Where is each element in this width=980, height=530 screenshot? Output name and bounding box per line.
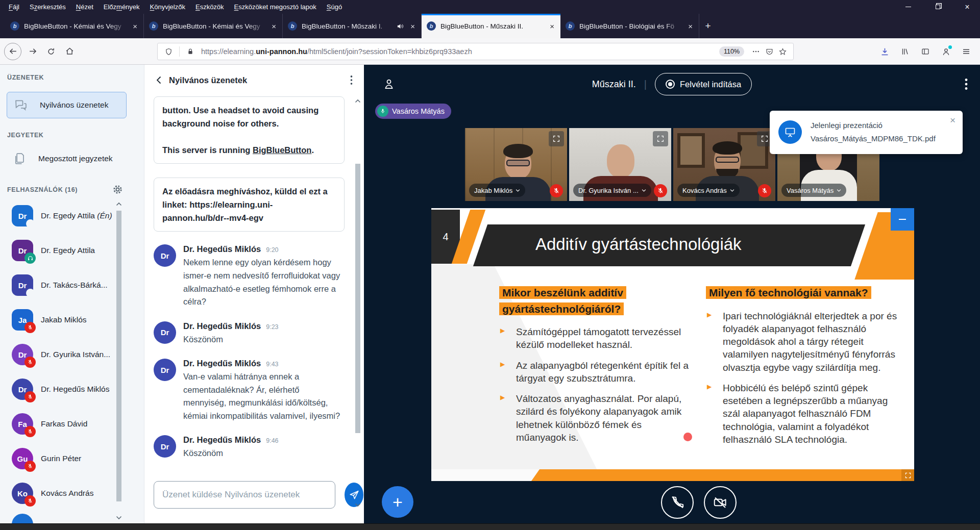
menu-shared-tabs[interactable]: Eszközöket megosztó lapok: [230, 1, 321, 13]
share-webcam-button[interactable]: [704, 486, 737, 519]
user-list-item[interactable]: Dr Dr. Gyurika István...: [0, 337, 128, 372]
scroll-up-icon[interactable]: [116, 201, 122, 207]
close-tab-icon[interactable]: ×: [687, 22, 694, 31]
chat-message-input[interactable]: [154, 481, 335, 509]
message-text: Nekem lenne egy olyan kérdésem hogy isme…: [183, 256, 345, 308]
user-list-item[interactable]: Ko Kovács András: [0, 476, 128, 511]
downloads-icon[interactable]: [878, 42, 891, 61]
user-list: Dr Dr. Egedy Attila (Én) Dr Dr. Egedy At…: [0, 198, 128, 523]
chat-scrollbar[interactable]: [355, 98, 361, 513]
minimize-window-icon[interactable]: [899, 0, 917, 14]
hamburger-menu-icon[interactable]: [960, 42, 973, 61]
menu-edit[interactable]: Szerkesztés: [25, 1, 70, 13]
webcam-tile[interactable]: Jakab Miklós: [465, 128, 567, 201]
minimize-presentation-button[interactable]: [891, 208, 914, 231]
user-list-item[interactable]: Ja Jakab Miklós: [0, 302, 128, 337]
restore-window-icon[interactable]: [929, 0, 946, 14]
webcam-video-placeholder: [713, 141, 742, 155]
user-list-item[interactable]: Dr Dr. Takács-Bárká...: [0, 268, 128, 302]
browser-tab-4-active[interactable]: b BigBlueButton - Műszaki II. ×: [422, 14, 560, 38]
presentation-whiteboard[interactable]: 4 Additív gyártástechnológiák Mikor besz…: [431, 208, 914, 481]
webcam-tile[interactable]: Kovács András: [673, 128, 775, 201]
close-window-icon[interactable]: ×: [959, 0, 976, 14]
bigbluebutton-favicon: b: [427, 21, 436, 31]
menu-bookmarks[interactable]: Könyvjelzők: [145, 1, 190, 13]
scroll-up-icon[interactable]: [355, 98, 361, 104]
menu-tools[interactable]: Eszközök: [191, 1, 229, 13]
user-list-item[interactable]: Dr Dr. Egedy Attila (Én): [0, 198, 128, 233]
presentation-fullscreen-icon[interactable]: [901, 469, 914, 481]
user-list-item[interactable]: Gu Gurin Péter: [0, 441, 128, 476]
bullet-item: Ipari technológiáknál elterjedtek a por …: [706, 310, 899, 374]
avatar: Ja: [12, 309, 33, 331]
manage-users-gear-icon[interactable]: [112, 184, 124, 195]
url-bar[interactable]: https://elearning.uni-pannon.hu/html5cli…: [157, 43, 794, 60]
webcam-name-dropdown[interactable]: Dr. Gyurika István ...: [573, 184, 651, 197]
bigbluebutton-link[interactable]: BigBlueButton: [253, 145, 311, 155]
bookmark-star-icon[interactable]: [776, 47, 789, 56]
webcam-tile[interactable]: Dr. Gyurika István ...: [569, 128, 671, 201]
chevron-left-icon[interactable]: [156, 76, 162, 84]
actions-plus-button[interactable]: +: [382, 486, 413, 518]
server-text: This server is running BigBlueButton.: [162, 143, 336, 157]
forward-icon[interactable]: [23, 42, 42, 61]
tracking-shield-icon[interactable]: [162, 47, 175, 56]
user-list-item[interactable]: Fa Farkas Dávid: [0, 407, 128, 441]
active-talker-indicator: Vasáros Mátyás: [375, 104, 451, 119]
sidebar-item-shared-notes[interactable]: Megosztott jegyzetek: [7, 145, 127, 172]
new-tab-button[interactable]: +: [699, 14, 717, 38]
talker-name: Vasáros Mátyás: [392, 107, 445, 115]
webcam-name-dropdown[interactable]: Vasáros Mátyás: [781, 184, 846, 197]
library-icon[interactable]: [898, 42, 912, 61]
page-actions-icon[interactable]: [749, 47, 763, 56]
menu-view[interactable]: Nézet: [71, 1, 98, 13]
user-list-item[interactable]: Dr Dr. Hegedűs Miklós: [0, 372, 128, 407]
close-tab-icon[interactable]: ×: [409, 22, 416, 31]
browser-tab-1[interactable]: b BigBlueButton - Kémiai és Vegy ×: [5, 14, 144, 38]
menu-file[interactable]: Fájl: [4, 1, 24, 13]
sidebar-item-label: Nyilvános üzenetek: [40, 100, 108, 110]
menu-history[interactable]: Előzmények: [99, 1, 144, 13]
user-list-item[interactable]: Dr Dr. Egedy Attila: [0, 233, 128, 268]
message-time: 9:20: [266, 246, 278, 254]
sidebars-icon[interactable]: [919, 42, 932, 61]
sidebar-item-public-chat[interactable]: Nyilvános üzenetek: [7, 92, 127, 118]
chat-options-kebab-icon[interactable]: [350, 75, 353, 85]
pocket-icon[interactable]: [763, 47, 776, 56]
scroll-down-icon[interactable]: [116, 515, 122, 520]
browser-tab-5[interactable]: b BigBlueButton - Biológiai és Fö ×: [560, 14, 699, 38]
menu-help[interactable]: Súgó: [322, 1, 347, 13]
close-tab-icon[interactable]: ×: [271, 22, 277, 31]
leave-audio-button[interactable]: [661, 486, 694, 519]
back-icon[interactable]: [4, 43, 21, 60]
fullscreen-expand-icon[interactable]: [549, 131, 564, 146]
browser-tab-3[interactable]: b BigBlueButton - Műszaki I. ×: [283, 14, 422, 38]
tab-audio-playing-icon[interactable]: [397, 22, 405, 30]
message-sender: Dr. Hegedűs Miklós9:20: [183, 244, 345, 254]
user-name: Farkas Dávid: [41, 419, 87, 428]
webcam-name-dropdown[interactable]: Kovács András: [677, 184, 740, 197]
home-icon[interactable]: [60, 42, 79, 61]
userlist-scrollbar[interactable]: [116, 201, 122, 520]
message-text: Köszönöm: [183, 333, 279, 346]
chat-panel-title[interactable]: Nyilvános üzenetek: [169, 75, 247, 85]
browser-tab-2[interactable]: b BigBlueButton - Kémiai és Vegy ×: [144, 14, 283, 38]
close-tab-icon[interactable]: ×: [549, 22, 555, 31]
lock-icon[interactable]: [184, 47, 197, 56]
firefox-window: Fájl Szerkesztés Nézet Előzmények Könyvj…: [0, 0, 980, 530]
scrollbar-thumb[interactable]: [116, 211, 121, 501]
close-toast-icon[interactable]: ×: [950, 115, 955, 126]
fullscreen-expand-icon[interactable]: [653, 131, 668, 146]
zoom-level-badge[interactable]: 110%: [719, 46, 744, 57]
close-tab-icon[interactable]: ×: [132, 22, 138, 31]
start-recording-button[interactable]: Felvétel indítása: [655, 73, 752, 95]
account-icon[interactable]: [939, 42, 952, 61]
webcam-name-dropdown[interactable]: Jakab Miklós: [469, 184, 525, 197]
scrollbar-thumb[interactable]: [355, 164, 360, 433]
reload-icon[interactable]: [42, 42, 60, 61]
bbb-app: ÜZENETEK Nyilvános üzenetek JEGYETEK Meg…: [0, 65, 980, 523]
scroll-down-icon[interactable]: [355, 502, 361, 508]
slide-left-column: Mikor beszélünk additív gyártástechnológ…: [499, 285, 689, 451]
meeting-options-kebab-icon[interactable]: [965, 78, 968, 90]
toast-title: Jelenlegi prezentáció: [811, 121, 883, 130]
